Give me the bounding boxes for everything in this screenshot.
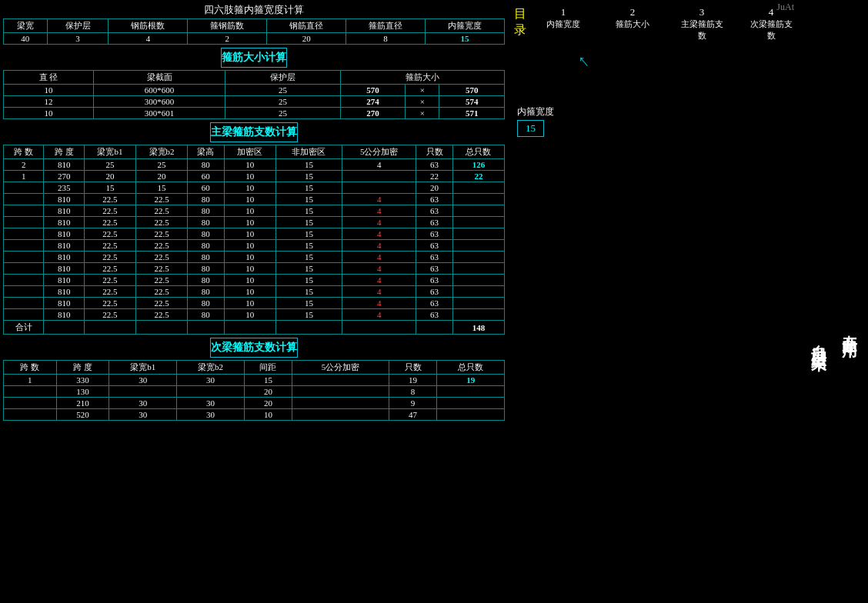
- sb-col-span: 跨 度: [56, 361, 109, 375]
- hoop-r2-dia: 12: [4, 96, 94, 108]
- col-header-inner-width: 内箍宽度: [426, 19, 505, 33]
- val-hoop-dia: 8: [346, 33, 426, 45]
- toc-label-1: 内箍宽度: [546, 18, 580, 30]
- hoop-r3-w1: 270: [340, 108, 406, 119]
- val-inner-width: 15: [426, 33, 505, 45]
- col-header-rebar-count: 钢筋根数: [108, 19, 188, 33]
- sb-col-spacing: 间距: [244, 361, 292, 375]
- hoop-r2-w2: 574: [439, 96, 505, 108]
- sb-col-b2: 梁宽b2: [177, 361, 245, 375]
- mb-row-7: 81022.522.5801015463: [4, 228, 505, 240]
- mb-row-5: 81022.522.5801015463: [4, 205, 505, 217]
- col-header-hoop-dia: 箍筋直径: [346, 19, 426, 33]
- val-rebar-dia: 20: [267, 33, 346, 45]
- val-cover: 3: [47, 33, 108, 45]
- val-hoop-count: 2: [188, 33, 267, 45]
- mb-row-12: 81022.522.5801015463: [4, 286, 505, 298]
- hoop-r2-w1: 274: [340, 96, 406, 108]
- inner-width-display: 内箍宽度 15: [509, 101, 799, 142]
- hoop-r1-dia: 10: [4, 85, 94, 96]
- sb-col-kspan: 跨 数: [4, 361, 57, 375]
- col-header-cover: 保护层: [47, 19, 108, 33]
- mb-row-6: 81022.522.5801015463: [4, 217, 505, 228]
- sb-col-five: 5公分加密: [292, 361, 389, 375]
- main-beam-table: 跨 数 跨 度 梁宽b1 梁宽b2 梁高 加密区 非加密区 5公分加密 只数 总…: [3, 145, 505, 335]
- mb-col-h: 梁高: [188, 145, 225, 159]
- mb-col-b1: 梁宽b1: [84, 145, 135, 159]
- main-title: 四六肢箍内箍宽度计算: [3, 3, 505, 17]
- toc-num-3: 3: [699, 6, 705, 18]
- hoop-r1-section: 600*600: [94, 85, 225, 96]
- hoop-r3-w2: 571: [439, 108, 505, 119]
- mb-row-1: 28102525801015463126: [4, 159, 505, 171]
- top-input-section: 梁宽 保护层 钢筋根数 箍钢筋数 钢筋直径 箍筋直径 内箍宽度 40 3 4 2…: [3, 18, 505, 45]
- hoop-r3-dia: 10: [4, 108, 94, 119]
- hoop-size-title: 箍筋大小计算: [221, 48, 287, 68]
- hoop-col-dia: 直 径: [4, 71, 94, 85]
- hoop-col-size: 箍筋大小: [340, 71, 504, 85]
- sidebar-line2: 自动出结果: [803, 332, 834, 348]
- main-beam-section: 主梁箍筋支数计算 跨 数 跨 度 梁宽b1 梁宽b2 梁高 加密区 非加密区 5…: [3, 122, 505, 335]
- toc-entry-1: 1 内箍宽度: [540, 6, 586, 30]
- mb-col-dense: 加密区: [224, 145, 275, 159]
- col-header-beamwidth: 梁宽: [4, 19, 48, 33]
- mb-col-five: 5公分加密: [342, 145, 416, 159]
- hoop-r2-times: ×: [406, 96, 439, 108]
- mb-row-10: 81022.522.5801015463: [4, 263, 505, 275]
- main-beam-title: 主梁箍筋支数计算: [210, 122, 298, 142]
- toc-label-4: 次梁箍筋支数: [748, 18, 794, 42]
- sb-col-total: 总只数: [437, 361, 505, 375]
- mb-col-span: 跨 度: [44, 145, 84, 159]
- toc-entries: 1 内箍宽度 2 箍筋大小 3 主梁箍筋支数 4 次梁箍筋支数: [540, 6, 794, 42]
- toc-entry-2: 2 箍筋大小: [609, 6, 656, 30]
- mb-summary-row: 合计148: [4, 321, 505, 335]
- mb-row-2: 127020206010152222: [4, 171, 505, 182]
- hoop-r3-section: 300*601: [94, 108, 225, 119]
- secondary-beam-title: 次梁箍筋支数计算: [210, 338, 298, 358]
- mb-col-b2: 梁宽b2: [136, 145, 188, 159]
- hoop-r1-times: ×: [406, 85, 439, 96]
- hoop-r2-section: 300*600: [94, 96, 225, 108]
- hoop-r3-times: ×: [406, 108, 439, 119]
- hoop-r3-cover: 25: [225, 108, 341, 119]
- mb-row-3: 235151560101520: [4, 182, 505, 194]
- hoop-col-section: 梁截面: [94, 71, 225, 85]
- mb-col-kspan: 跨 数: [4, 145, 44, 159]
- toc-num-2: 2: [630, 6, 636, 18]
- mb-row-11: 81022.522.5801015463: [4, 275, 505, 286]
- toc-label-3: 主梁箍筋支数: [679, 18, 725, 42]
- top-input-table: 梁宽 保护层 钢筋根数 箍钢筋数 钢筋直径 箍筋直径 内箍宽度 40 3 4 2…: [3, 18, 505, 45]
- inner-width-value: 15: [526, 122, 536, 134]
- mb-row-8: 81022.522.5801015463: [4, 240, 505, 252]
- toc-num-4: 4: [769, 6, 774, 18]
- val-beamwidth: 40: [4, 33, 48, 45]
- sidebar-line1: 点开即用: [834, 322, 865, 335]
- toc-num-1: 1: [561, 6, 566, 18]
- mb-row-9: 81022.522.5801015463: [4, 252, 505, 263]
- sb-row-3: 2103030209: [4, 398, 505, 409]
- val-rebar-count: 4: [108, 33, 188, 45]
- toc-area: 目 录 1 内箍宽度 2 箍筋大小 3 主梁箍筋支数 4 次梁箍筋支数: [509, 3, 799, 45]
- juat-label: JuAt: [776, 2, 794, 13]
- sb-row-1: 13303030151919: [4, 375, 505, 386]
- hoop-col-cover: 保护层: [225, 71, 341, 85]
- sb-col-b1: 梁宽b1: [109, 361, 177, 375]
- inner-width-label: 内箍宽度: [517, 105, 791, 118]
- hoop-row-2: 12 300*600 25 274 × 574: [4, 96, 505, 108]
- hoop-size-table: 直 径 梁截面 保护层 箍筋大小 10 600*600 25 570 × 570…: [3, 70, 505, 119]
- mb-col-nondense: 非加密区: [275, 145, 342, 159]
- mb-col-count: 只数: [416, 145, 453, 159]
- toc-label-2: 箍筋大小: [616, 18, 649, 30]
- hoop-row-1: 10 600*600 25 570 × 570: [4, 85, 505, 96]
- toc-entry-3: 3 主梁箍筋支数: [679, 6, 725, 42]
- mb-row-13: 81022.522.5801015463: [4, 298, 505, 309]
- sb-row-4: 52030301047: [4, 409, 505, 421]
- hoop-r1-w1: 570: [340, 85, 406, 96]
- mb-row-4: 81022.522.5801015463: [4, 194, 505, 205]
- hoop-r2-cover: 25: [225, 96, 341, 108]
- hoop-size-section: 箍筋大小计算 直 径 梁截面 保护层 箍筋大小 10 600*600 25 57…: [3, 48, 505, 119]
- mb-col-total: 总只数: [452, 145, 504, 159]
- sb-row-2: 130208: [4, 386, 505, 398]
- hoop-row-3: 10 300*601 25 270 × 571: [4, 108, 505, 119]
- col-header-rebar-dia: 钢筋直径: [267, 19, 346, 33]
